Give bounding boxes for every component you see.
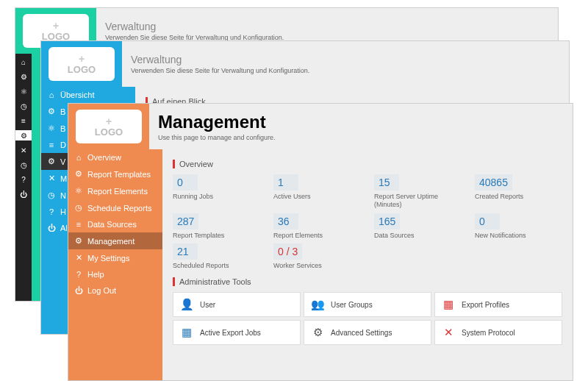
logo-text: LOGO [95,127,123,138]
gear-icon: ⚙ [74,236,83,246]
tool-icon: ▦ [441,297,456,312]
nav-icon-selected[interactable]: ⚙ [15,130,32,140]
plus-icon: + [53,21,59,31]
sidebar-item-schedule-reports[interactable]: ◷Schedule Reports [68,199,162,216]
stat-value: 287 [173,213,198,229]
power-icon[interactable]: ⏻ [18,189,29,199]
tool-label: System Protocol [462,329,515,337]
content: Overview 0Running Jobs1Active Users15Rep… [162,149,573,380]
sidebar-item-data-sources[interactable]: ≡Data Sources [68,216,162,232]
clock-icon: ◷ [47,190,56,200]
page-title: Verwaltung [131,54,560,65]
tool-icon: ▦ [179,325,194,340]
section-admin-tools: Administrative Tools [173,277,562,286]
nav-icon[interactable]: ◷ [18,160,29,170]
stat-label: Report Templates [173,232,260,240]
sidebar-item-overview[interactable]: ⌂Overview [68,149,162,165]
sidebar-item-report-templates[interactable]: ⚙Report Templates [68,165,162,182]
stat-card: 15Report Server Uptime (Minutes) [374,174,462,209]
nodes-icon: ⚛ [74,186,83,196]
logo-placeholder: + LOGO [49,47,115,81]
stat-label: Created Reports [475,193,562,201]
window-orange: + LOGO Management Use this page to manag… [68,103,573,381]
sidebar-item-help[interactable]: ?Help [68,266,162,282]
tool-label: User [200,301,215,309]
home-icon[interactable]: ⌂ [18,57,29,67]
gear-icon: ⚙ [47,157,56,166]
stat-card: 287Report Templates [173,213,260,240]
titlebar: + LOGO Management Use this page to manag… [68,104,573,149]
tool-user-groups[interactable]: 👥User Groups [304,292,431,317]
page-title: Management [158,112,564,132]
nav-icon[interactable]: ⚛ [18,86,29,96]
sidebar-label: B [60,124,65,133]
logo-placeholder: + LOGO [76,110,142,143]
stat-value: 0 [475,213,500,229]
power-icon: ⏻ [47,224,56,232]
stat-value: 0 [173,174,198,190]
sidebar-item-management[interactable]: ⚙Management [68,232,162,249]
mini-rail: ⌂ ⚙ ⚛ ◷ ≡ ⚙ ✕ ◷ ? ⏻ [15,54,32,301]
tool-label: Advanced Settings [331,329,392,337]
sidebar-item-logout[interactable]: ⏻Log Out [68,282,162,299]
sidebar-item-report-elements[interactable]: ⚛Report Elements [68,182,162,199]
tool-icon: ✕ [441,325,456,340]
nav-icon[interactable]: ? [18,174,29,185]
section-overview: Overview [173,160,562,168]
stat-value: 1 [273,174,298,190]
stat-label: Report Elements [273,232,361,240]
tool-advanced-settings[interactable]: ⚙Advanced Settings [304,320,431,345]
sidebar-label: D [60,140,66,149]
sidebar-label: Report Templates [87,170,151,179]
titlebar: + LOGO Verwaltung Verwenden Sie diese Se… [41,41,569,87]
sidebar-label: B [60,107,65,116]
power-icon: ⏻ [74,286,83,295]
database-icon: ≡ [74,220,83,229]
stat-value: 40865 [475,174,512,190]
sidebar: ⌂Overview ⚙Report Templates ⚛Report Elem… [68,149,162,380]
tool-icon: ⚙ [310,325,325,340]
sidebar-label: Data Sources [87,220,137,229]
stat-label: Scheduled Reports [173,262,260,270]
sidebar-label: H [60,207,66,216]
page-title: Verwaltung [105,21,549,32]
sidebar-label: Schedule Reports [87,204,151,213]
tool-export-profiles[interactable]: ▦Export Profiles [434,292,562,317]
sidebar-label: Help [87,270,104,279]
database-icon: ≡ [47,140,56,149]
stat-card: 1Active Users [273,174,361,209]
tool-user[interactable]: 👤User [173,292,301,317]
nav-icon[interactable]: ✕ [18,145,29,155]
nav-icon[interactable]: ≡ [18,115,29,126]
plus-icon: + [106,116,112,127]
sidebar-label: Al [60,224,68,232]
sidebar-label: Log Out [87,286,116,295]
tool-icon: 👥 [310,297,325,312]
sidebar-item-my-settings[interactable]: ✕My Settings [68,249,162,266]
stat-value: 36 [273,213,298,229]
nav-icon[interactable]: ◷ [18,101,29,111]
stat-card: 36Report Elements [273,213,361,240]
sidebar-label: Overview [87,153,121,162]
stat-value: 0 / 3 [273,243,302,260]
stat-value: 15 [374,174,399,190]
tools-icon: ✕ [74,253,83,263]
sidebar-label: Management [87,237,135,246]
header: Management Use this page to manage and c… [149,104,573,149]
sidebar-label: Übersicht [60,90,94,99]
stats-grid: 0Running Jobs1Active Users15Report Serve… [173,174,562,270]
nav-icon[interactable]: ⚙ [18,71,29,82]
tool-label: Export Profiles [462,301,509,309]
page-subtitle: Verwenden Sie diese Seite für Verwaltung… [131,67,560,74]
sidebar-item-overview[interactable]: ⌂Übersicht [41,87,135,103]
tool-system-protocol[interactable]: ✕System Protocol [434,320,562,345]
tool-active-export-jobs[interactable]: ▦Active Export Jobs [173,320,301,345]
help-icon: ? [47,207,56,216]
stat-label: Active Users [273,193,361,201]
tool-icon: 👤 [179,297,194,312]
sidebar-label: V [60,157,65,166]
tool-label: User Groups [331,301,373,309]
stat-value: 165 [374,213,400,229]
home-icon: ⌂ [74,153,83,162]
stat-label: Running Jobs [173,193,260,201]
